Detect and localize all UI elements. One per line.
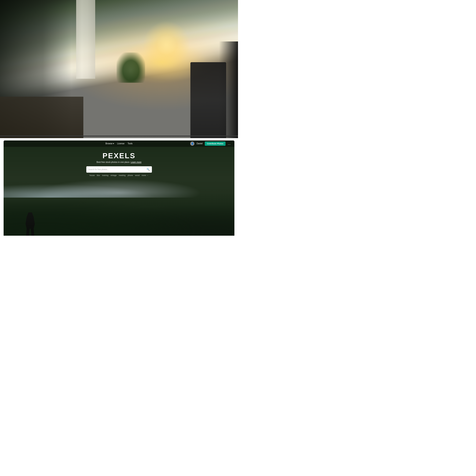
tag-more[interactable]: more → xyxy=(142,174,149,176)
tag-house[interactable]: house xyxy=(89,174,95,176)
physical-photo xyxy=(0,0,238,138)
user-avatar[interactable]: 👤 xyxy=(190,141,194,146)
search-bar[interactable]: Search for free photos... 🔍 xyxy=(86,166,152,173)
learn-more-link[interactable]: Learn more xyxy=(131,161,141,163)
chair xyxy=(190,62,226,138)
pexels-logo: PEXELS xyxy=(102,152,136,160)
browse-chevron: ▾ xyxy=(113,142,114,145)
desk-area xyxy=(0,97,83,138)
contribute-photos-button[interactable]: Contribute Photos xyxy=(205,141,226,146)
search-button[interactable]: 🔍 xyxy=(147,168,150,171)
browser-screen: Chrome File Edit View History Bookmarks … xyxy=(4,140,234,236)
hiker-silhouette xyxy=(24,212,36,236)
license-button[interactable]: License xyxy=(117,142,124,145)
forest-overlay xyxy=(4,193,234,236)
tag-training[interactable]: training xyxy=(102,174,108,176)
tag-meeting[interactable]: meeting xyxy=(119,174,125,176)
browse-button[interactable]: Browse ▾ xyxy=(105,142,114,145)
site-nav-center: Browse ▾ License Tools xyxy=(105,142,133,145)
search-tags-row: house blur training vintage meeting phon… xyxy=(89,174,149,176)
more-button[interactable]: … xyxy=(228,142,231,145)
tag-blur[interactable]: blur xyxy=(97,174,100,176)
structural-column xyxy=(76,0,95,79)
site-nav: Browse ▾ License Tools 👤 Daniel xyxy=(4,140,234,147)
site-nav-right: 👤 Daniel Contribute Photos … xyxy=(190,141,231,146)
tools-button[interactable]: Tools xyxy=(128,142,133,145)
tag-phone[interactable]: phone xyxy=(128,174,133,176)
website-area: Browse ▾ License Tools 👤 Daniel xyxy=(4,140,234,236)
hiker-body xyxy=(24,212,36,236)
plant xyxy=(117,52,145,83)
screenshot-wrapper: Chrome File Edit View History Bookmarks … xyxy=(0,0,238,238)
search-placeholder: Search for free photos... xyxy=(88,168,145,170)
tag-vintage[interactable]: vintage xyxy=(110,174,117,176)
window-light xyxy=(143,21,190,69)
tagline: Best free stock photos in one place. Lea… xyxy=(97,161,141,163)
tag-wood[interactable]: wood xyxy=(135,174,140,176)
hero-area: PEXELS Best free stock photos in one pla… xyxy=(4,147,234,176)
monitor-bezel xyxy=(0,136,238,136)
browse-label: Browse xyxy=(105,142,112,145)
username-display[interactable]: Daniel xyxy=(197,142,203,145)
